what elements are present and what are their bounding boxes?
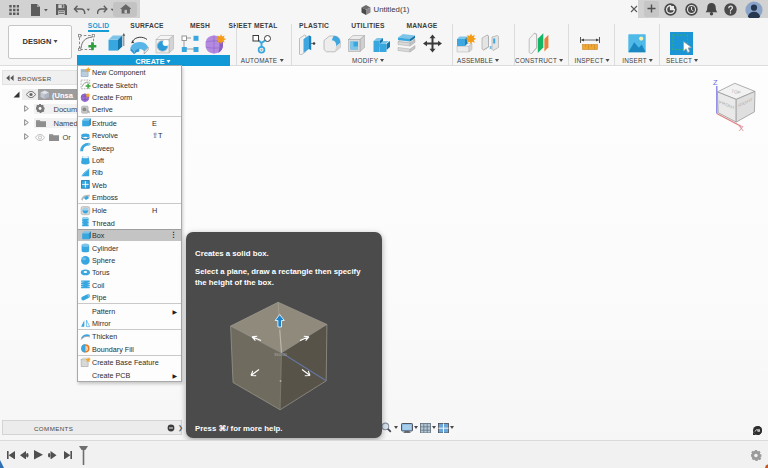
svg-text:350.00: 350.00 bbox=[274, 352, 287, 357]
svg-text:X: X bbox=[739, 124, 744, 133]
svg-text:Z: Z bbox=[713, 78, 718, 87]
